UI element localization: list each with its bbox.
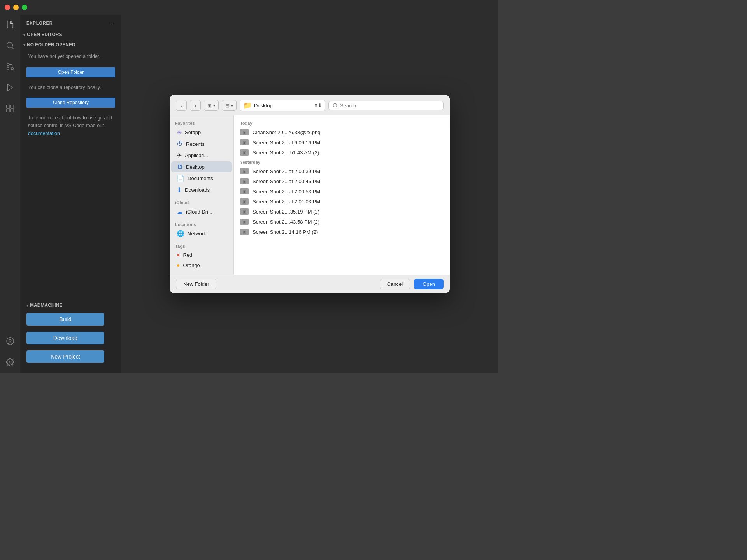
list-view-chevron: ▾: [231, 103, 233, 108]
documents-label: Documents: [188, 175, 213, 181]
applications-icon: ✈: [177, 152, 182, 159]
no-folder-text: You have not yet opened a folder.: [20, 48, 121, 65]
dialog-file-list[interactable]: Today ▣ CleanShot 20...26.38@2x.png ▣ Sc…: [234, 116, 450, 275]
file-icon: ▣: [240, 149, 249, 156]
sidebar-item-documents[interactable]: 📄 Documents: [171, 173, 232, 184]
dialog-column-view-button[interactable]: ⊞ ▾: [204, 100, 219, 111]
sidebar-item-recents[interactable]: ⏱ Recents: [171, 138, 232, 149]
search-input[interactable]: [340, 103, 439, 108]
file-item[interactable]: ▣ Screen Shot 2....43.58 PM (2): [234, 217, 450, 227]
maximize-button[interactable]: [22, 5, 27, 10]
icloud-label: iCloud Dri...: [186, 209, 212, 215]
open-folder-button[interactable]: Open Folder: [26, 67, 115, 77]
sidebar-more-icon[interactable]: ···: [110, 19, 115, 26]
open-editors-section: ▾ OPEN EDITORS: [20, 30, 121, 40]
clone-repository-button[interactable]: Clone Repository: [26, 98, 115, 108]
column-view-chevron: ▾: [213, 103, 215, 108]
svg-rect-7: [11, 105, 14, 108]
explorer-title: EXPLORER: [26, 21, 53, 25]
new-folder-button[interactable]: New Folder: [176, 279, 216, 289]
minimize-button[interactable]: [13, 5, 19, 10]
sidebar-item-tag-orange[interactable]: ● Orange: [171, 260, 232, 270]
file-item[interactable]: ▣ Screen Shot 2...at 2.01.03 PM: [234, 196, 450, 206]
sidebar-item-downloads[interactable]: ⬇ Downloads: [171, 184, 232, 196]
desktop-label: Desktop: [186, 164, 205, 170]
activity-bar-bottom: [4, 334, 17, 373]
file-icon: ▣: [240, 188, 249, 194]
today-label: Today: [234, 119, 450, 127]
sidebar-item-icloud[interactable]: ☁ iCloud Dri...: [171, 206, 232, 217]
sidebar-item-setapp[interactable]: ✳ Setapp: [171, 127, 232, 138]
file-item[interactable]: ▣ Screen Shot 2...at 2.00.39 PM: [234, 166, 450, 176]
location-folder-icon: 📁: [243, 101, 252, 110]
column-view-icon: ⊞: [207, 103, 212, 108]
learn-prefix: To learn more about how to use git and s…: [28, 115, 112, 128]
file-name: Screen Shot 2...at 2.01.03 PM: [253, 199, 320, 205]
dialog-location[interactable]: 📁 Desktop ⬆⬇: [240, 100, 325, 111]
svg-line-14: [336, 107, 337, 107]
sidebar-item-network[interactable]: 🌐 Network: [171, 228, 232, 239]
sidebar-item-desktop[interactable]: 🖥 Desktop: [171, 161, 232, 172]
learn-text: You can clone a repository locally.: [20, 80, 121, 95]
list-view-icon: ⊟: [225, 103, 230, 108]
open-button[interactable]: Open: [414, 279, 444, 289]
dialog-location-text: Desktop: [254, 103, 312, 108]
file-name: Screen Shot 2....51.43 AM (2): [253, 150, 319, 156]
file-icon: ▣: [240, 139, 249, 145]
documents-icon: 📄: [177, 175, 184, 182]
open-editors-label: OPEN EDITORS: [27, 32, 62, 37]
tag-red-icon: ●: [177, 252, 180, 258]
no-folder-header[interactable]: ▾ NO FOLDER OPENED: [20, 41, 121, 48]
dialog-search[interactable]: [328, 101, 444, 110]
sidebar-item-tag-red[interactable]: ● Red: [171, 250, 232, 260]
open-editors-header[interactable]: ▾ OPEN EDITORS: [20, 31, 121, 38]
download-button[interactable]: Download: [26, 332, 104, 344]
activity-settings-icon[interactable]: [4, 355, 17, 369]
cancel-button[interactable]: Cancel: [380, 279, 410, 289]
file-icon: ▣: [240, 208, 249, 215]
file-item[interactable]: ▣ CleanShot 20...26.38@2x.png: [234, 127, 450, 137]
file-item[interactable]: ▣ Screen Shot 2...at 2.00.46 PM: [234, 176, 450, 186]
network-label: Network: [188, 231, 206, 236]
tag-orange-label: Orange: [183, 262, 200, 268]
locations-label: Locations: [170, 220, 233, 228]
title-bar: [0, 0, 498, 15]
svg-point-11: [9, 339, 11, 341]
close-button[interactable]: [5, 5, 10, 10]
app-body: EXPLORER ··· ▾ OPEN EDITORS ▾ NO FOLDER …: [0, 15, 498, 373]
madmachine-label: MADMACHINE: [30, 303, 62, 308]
svg-point-0: [7, 42, 13, 48]
activity-git-icon[interactable]: [4, 60, 17, 73]
activity-search-icon[interactable]: [4, 39, 17, 52]
activity-remote-icon[interactable]: [4, 334, 17, 348]
file-item[interactable]: ▣ Screen Shot 2....35.19 PM (2): [234, 206, 450, 217]
documentation-link[interactable]: documentation: [28, 131, 60, 136]
dialog-forward-button[interactable]: ›: [190, 100, 201, 111]
sidebar-item-applications[interactable]: ✈ Applicati...: [171, 150, 232, 161]
activity-extensions-icon[interactable]: [4, 102, 17, 115]
setapp-icon: ✳: [177, 129, 182, 136]
file-item[interactable]: ▣ Screen Shot 2...at 2.00.53 PM: [234, 186, 450, 196]
file-item[interactable]: ▣ Screen Shot 2....51.43 AM (2): [234, 147, 450, 158]
desktop-icon: 🖥: [177, 163, 183, 170]
svg-rect-8: [7, 109, 10, 112]
no-folder-label: NO FOLDER OPENED: [27, 42, 75, 47]
build-button[interactable]: Build: [26, 313, 104, 326]
svg-point-3: [7, 63, 9, 66]
sidebar-header: EXPLORER ···: [20, 15, 121, 30]
dialog-back-button[interactable]: ‹: [176, 100, 187, 111]
file-name: Screen Shot 2...at 2.00.39 PM: [253, 168, 320, 174]
activity-explorer-icon[interactable]: [4, 18, 17, 31]
new-project-button[interactable]: New Project: [26, 350, 104, 363]
search-icon: [333, 103, 338, 108]
madmachine-header[interactable]: ▾ MADMACHINE: [23, 302, 121, 309]
dialog-list-view-button[interactable]: ⊟ ▾: [222, 100, 237, 111]
file-item[interactable]: ▣ Screen Shot 2...at 6.09.16 PM: [234, 137, 450, 147]
madmachine-buttons: Build Download New Project: [23, 309, 121, 367]
activity-run-icon[interactable]: [4, 81, 17, 94]
dialog-toolbar: ‹ › ⊞ ▾ ⊟ ▾ 📁 Desktop ⬆⬇: [170, 95, 450, 116]
dialog-body: Favorites ✳ Setapp ⏱ Recents ✈ Applicati…: [170, 116, 450, 275]
file-item[interactable]: ▣ Screen Shot 2...14.16 PM (2): [234, 227, 450, 237]
dialog-footer: New Folder Cancel Open: [170, 275, 450, 293]
file-name: Screen Shot 2...at 2.00.46 PM: [253, 178, 320, 184]
